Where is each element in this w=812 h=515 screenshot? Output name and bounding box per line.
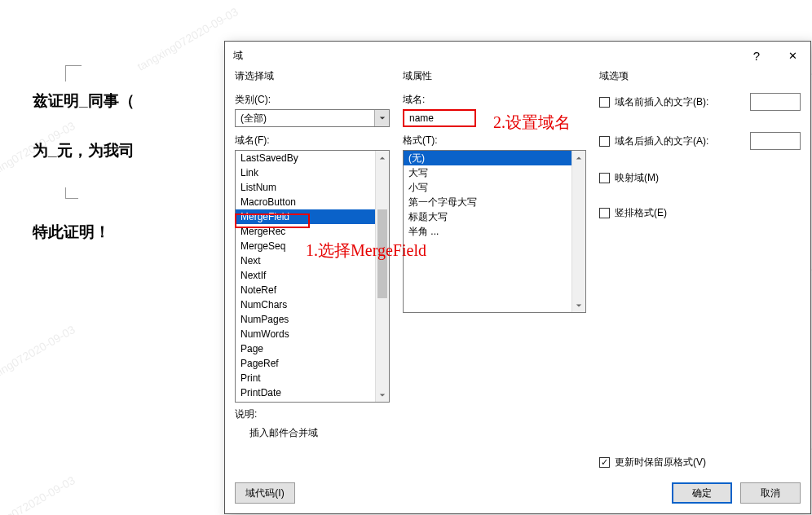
format-option[interactable]: (无) <box>404 151 585 165</box>
page-corner-mark <box>65 187 78 199</box>
fieldname-option[interactable]: NumChars <box>236 297 389 312</box>
fieldname-listbox[interactable]: LastSavedByLinkListNumMacroButtonMergeFi… <box>235 150 390 403</box>
help-button[interactable]: ? <box>739 42 774 69</box>
document-line: 特此证明！ <box>33 221 212 244</box>
mapped-field-label: 映射域(M) <box>615 171 659 185</box>
description-text: 插入邮件合并域 <box>235 421 390 440</box>
document-line: 兹证明_同事（ <box>33 90 212 113</box>
scroll-thumb[interactable] <box>377 209 387 299</box>
text-after-label: 域名后插入的文字(A): <box>615 134 708 148</box>
section-header: 域选项 <box>599 69 801 83</box>
fieldname-option[interactable]: ListNum <box>236 180 389 195</box>
section-header: 请选择域 <box>235 69 390 83</box>
chevron-down-icon[interactable] <box>374 110 389 126</box>
text-after-row: 域名后插入的文字(A): <box>599 132 801 150</box>
scroll-track[interactable] <box>376 165 389 388</box>
mapped-field-row: 映射域(M) <box>599 171 801 185</box>
document-background: 兹证明_同事（ 为_元，为我司 特此证明！ <box>0 0 228 489</box>
fieldname-option[interactable]: MergeField <box>236 209 389 224</box>
document-line: 为_元，为我司 <box>33 139 212 163</box>
text-before-row: 域名前插入的文字(B): <box>599 93 801 111</box>
fieldname-option[interactable]: LastSavedBy <box>236 151 389 165</box>
preserve-format-label: 更新时保留原格式(V) <box>615 456 706 469</box>
format-option[interactable]: 标题大写 <box>404 209 585 224</box>
field-options-panel: 域选项 域名前插入的文字(B): 域名后插入的文字(A): 映射域(M) 竖排格… <box>599 69 801 473</box>
format-label: 格式(T): <box>403 134 586 147</box>
category-label: 类别(C): <box>235 93 390 107</box>
fieldname-option[interactable]: NextIf <box>236 268 389 283</box>
vertical-format-label: 竖排格式(E) <box>615 206 667 220</box>
fieldname-input-label: 域名: <box>403 93 586 107</box>
scrollbar[interactable] <box>571 151 585 312</box>
fieldname-option[interactable]: NumWords <box>236 327 389 341</box>
fieldname-option[interactable]: Link <box>236 165 389 180</box>
format-listbox[interactable]: (无)大写小写第一个字母大写标题大写半角 ... <box>403 150 586 313</box>
text-before-input[interactable] <box>750 93 801 111</box>
fieldname-option[interactable]: PageRef <box>236 356 389 371</box>
scroll-up-icon[interactable] <box>376 151 389 165</box>
scroll-up-icon[interactable] <box>572 151 585 165</box>
scroll-down-icon[interactable] <box>572 298 585 312</box>
vertical-format-row: 竖排格式(E) <box>599 206 801 220</box>
fieldname-list-label: 域名(F): <box>235 134 390 147</box>
format-option[interactable]: 小写 <box>404 180 585 195</box>
preserve-format-checkbox[interactable] <box>599 457 610 468</box>
preserve-format-row: 更新时保留原格式(V) <box>599 456 801 469</box>
titlebar: 域 ? ✕ <box>225 42 810 69</box>
fieldname-option[interactable]: Private <box>236 400 389 403</box>
field-properties-panel: 域属性 域名: 格式(T): (无)大写小写第一个字母大写标题大写半角 ... <box>403 69 586 473</box>
description-label: 说明: <box>235 407 390 421</box>
text-before-checkbox[interactable] <box>599 97 610 108</box>
section-header: 域属性 <box>403 69 586 83</box>
text-after-input[interactable] <box>750 132 801 150</box>
scrollbar[interactable] <box>375 151 389 402</box>
text-before-label: 域名前插入的文字(B): <box>615 95 708 109</box>
fieldname-option[interactable]: MergeSeq <box>236 239 389 253</box>
mapped-field-checkbox[interactable] <box>599 173 610 183</box>
dialog-title: 域 <box>233 49 243 63</box>
category-combo[interactable]: (全部) <box>235 109 390 127</box>
fieldname-input[interactable] <box>403 109 476 127</box>
field-codes-button[interactable]: 域代码(I) <box>235 482 295 504</box>
fieldname-option[interactable]: Next <box>236 253 389 268</box>
dialog-footer: 域代码(I) 确定 取消 <box>225 476 810 513</box>
close-button[interactable]: ✕ <box>774 42 810 69</box>
field-dialog: 域 ? ✕ 请选择域 类别(C): (全部) 域名(F): LastSavedB… <box>224 41 811 514</box>
scroll-track[interactable] <box>572 165 585 298</box>
scroll-down-icon[interactable] <box>376 388 389 402</box>
vertical-format-checkbox[interactable] <box>599 208 610 218</box>
fieldname-option[interactable]: Print <box>236 371 389 385</box>
fieldname-option[interactable]: MergeRec <box>236 224 389 239</box>
fieldname-option[interactable]: NumPages <box>236 312 389 327</box>
format-option[interactable]: 大写 <box>404 165 585 180</box>
fieldname-option[interactable]: NoteRef <box>236 283 389 297</box>
format-option[interactable]: 第一个字母大写 <box>404 195 585 209</box>
fieldname-option[interactable]: MacroButton <box>236 195 389 209</box>
fieldname-option[interactable]: Page <box>236 341 389 356</box>
category-value: (全部) <box>236 112 374 125</box>
select-field-panel: 请选择域 类别(C): (全部) 域名(F): LastSavedByLinkL… <box>235 69 390 473</box>
text-after-checkbox[interactable] <box>599 136 610 147</box>
cancel-button[interactable]: 取消 <box>740 482 801 504</box>
format-option[interactable]: 半角 ... <box>404 224 585 239</box>
ok-button[interactable]: 确定 <box>672 482 732 504</box>
page-corner-mark <box>65 65 82 81</box>
fieldname-option[interactable]: PrintDate <box>236 385 389 400</box>
